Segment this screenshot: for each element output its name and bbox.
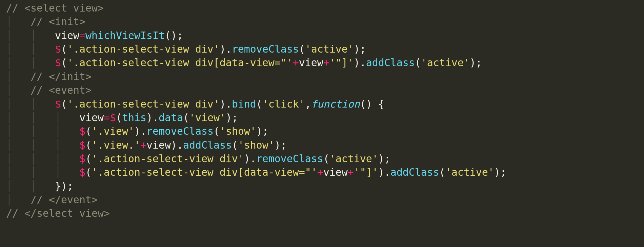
code-token: '"]': [329, 57, 354, 69]
indent-guide: │: [55, 139, 79, 151]
code-token: view: [299, 57, 323, 69]
code-token: 'show': [238, 139, 275, 151]
code-token: () {: [360, 98, 384, 110]
code-token: =: [79, 30, 85, 41]
code-token: view).: [146, 139, 183, 151]
code-token: +: [140, 139, 146, 151]
left-margin: [0, 98, 6, 110]
code-token: $: [79, 125, 85, 137]
code-token: (: [85, 153, 92, 165]
code-token: );: [226, 112, 238, 124]
code-token: data: [159, 112, 183, 124]
code-token: (: [299, 43, 305, 55]
code-token: view: [323, 166, 348, 178]
code-token: );: [378, 153, 390, 165]
indent-guide: │: [55, 153, 79, 165]
indent-guide: │: [6, 166, 31, 178]
code-token: bind: [232, 98, 256, 110]
indent-guide: │: [6, 125, 31, 137]
code-token: );: [470, 57, 482, 69]
left-margin: [0, 194, 6, 206]
left-margin: [0, 166, 6, 178]
code-token: '.action-select-view div[data-view="': [92, 166, 317, 178]
left-margin: [0, 112, 6, 124]
code-token: this: [122, 112, 146, 124]
code-editor-content[interactable]: // <select view> │ // <init> │ │ view=wh…: [0, 0, 644, 221]
code-line: │ │ │ $('.action-select-view div').remov…: [0, 152, 644, 166]
code-token: );: [494, 166, 506, 178]
indent-guide: │: [6, 194, 31, 206]
indent-guide: │: [55, 125, 79, 137]
code-token: (: [232, 139, 238, 151]
code-token: +: [348, 166, 354, 178]
left-margin: [0, 71, 6, 82]
code-token: 'view': [189, 112, 226, 124]
left-margin: [0, 84, 6, 96]
left-margin: [0, 207, 6, 219]
code-token: // </event>: [31, 194, 98, 206]
code-token: ).: [244, 153, 256, 165]
code-token: addClass: [183, 139, 232, 151]
code-token: $: [55, 43, 61, 55]
code-token: ).: [134, 125, 146, 137]
code-token: ).: [354, 57, 366, 69]
code-token: });: [55, 180, 73, 192]
code-line: │ │ │ $('.action-select-view div[data-vi…: [0, 166, 644, 179]
code-line: │ │ });: [0, 179, 644, 193]
code-token: =: [104, 112, 110, 124]
code-token: (: [323, 153, 329, 165]
code-line: │ │ $('.action-select-view div[data-view…: [0, 56, 644, 70]
code-token: (: [85, 125, 92, 137]
code-token: $: [110, 112, 116, 124]
code-token: // </select view>: [6, 207, 110, 219]
indent-guide: │: [6, 180, 31, 192]
code-token: +: [317, 166, 323, 178]
code-token: // <init>: [31, 16, 85, 27]
indent-guide: │: [6, 16, 31, 27]
indent-guide: │: [31, 30, 55, 41]
code-token: ();: [165, 30, 183, 41]
code-token: 'active': [305, 43, 354, 55]
left-margin: [0, 57, 6, 69]
indent-guide: │: [55, 112, 79, 124]
indent-guide: │: [31, 139, 55, 151]
code-line: │ │ $('.action-select-view div').removeC…: [0, 42, 644, 56]
code-token: (: [439, 166, 445, 178]
code-token: 'active': [421, 57, 470, 69]
code-token: removeClass: [256, 153, 323, 165]
code-token: '"]': [354, 166, 378, 178]
code-token: );: [256, 125, 268, 137]
code-token: ).: [378, 166, 390, 178]
code-line: │ │ view=whichViewIsIt();: [0, 29, 644, 42]
code-token: '.action-select-view div[data-view="': [67, 57, 293, 69]
code-token: view: [55, 30, 79, 41]
left-margin: [0, 139, 6, 151]
code-token: function: [311, 98, 360, 110]
code-line: │ // <event>: [0, 83, 644, 97]
code-line: │ // </init>: [0, 70, 644, 83]
code-token: 'click': [262, 98, 305, 110]
code-token: (: [116, 112, 122, 124]
indent-guide: │: [31, 112, 55, 124]
code-line: │ │ $('.action-select-view div').bind('c…: [0, 97, 644, 111]
indent-guide: │: [55, 166, 79, 178]
code-line: │ │ │ $('.view.'+view).addClass('show');: [0, 138, 644, 152]
indent-guide: │: [31, 98, 55, 110]
code-token: +: [323, 57, 329, 69]
code-token: '.action-select-view div': [67, 43, 220, 55]
code-line: // <select view>: [0, 1, 644, 15]
code-token: ).: [220, 98, 232, 110]
code-token: '.view': [92, 125, 134, 137]
code-token: );: [354, 43, 366, 55]
indent-guide: │: [6, 112, 31, 124]
left-margin: [0, 43, 6, 55]
code-token: ).: [146, 112, 159, 124]
code-token: ,: [305, 98, 311, 110]
left-margin: [0, 16, 6, 27]
indent-guide: │: [6, 57, 31, 69]
code-token: (: [85, 139, 92, 151]
code-token: 'active': [445, 166, 494, 178]
code-token: // <event>: [31, 84, 92, 96]
indent-guide: │: [6, 84, 31, 96]
left-margin: [0, 30, 6, 41]
